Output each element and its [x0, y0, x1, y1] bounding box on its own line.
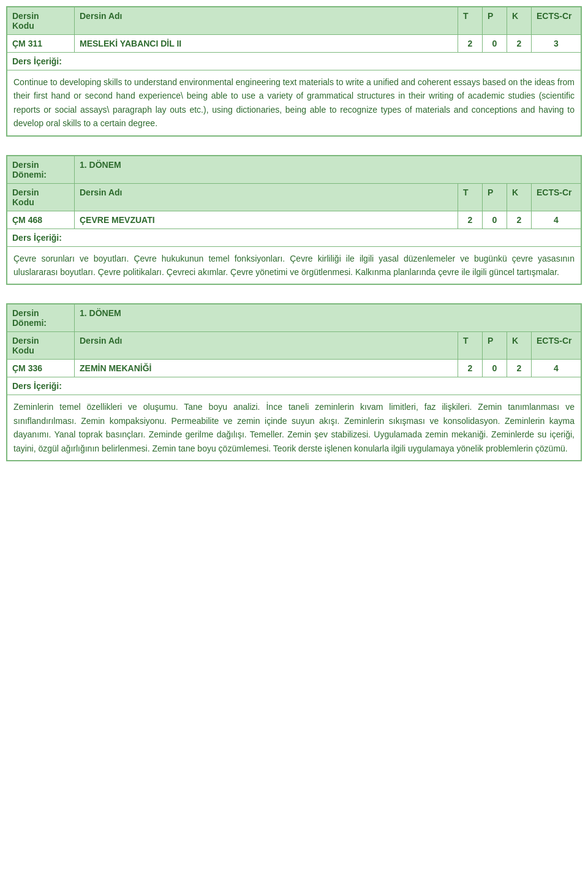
- header-col3-cm311: T: [458, 7, 483, 34]
- period-label-cm336: DersinDönemi:: [7, 304, 75, 331]
- course-name-cm468: ÇEVRE MEVZUATI: [75, 211, 458, 229]
- course-name-cm311: MESLEKİ YABANCI DİL II: [75, 35, 458, 52]
- course-t-cm468: 2: [458, 211, 483, 229]
- header-col1-cm336: DersinKodu: [7, 332, 75, 359]
- content-text-cm311: Continue to developing skills to underst…: [7, 70, 581, 135]
- course-code-cm311: ÇM 311: [7, 35, 75, 52]
- content-text-cm336: Zeminlerin temel özellikleri ve oluşumu.…: [7, 395, 581, 460]
- course-code-cm336: ÇM 336: [7, 360, 75, 377]
- period-row-cm468: DersinDönemi: 1. DÖNEM: [7, 156, 581, 183]
- period-value-cm468: 1. DÖNEM: [75, 156, 581, 183]
- card-cm311: DersinKodu Dersin Adı T P K ECTS-Cr ÇM 3…: [6, 6, 582, 137]
- header-col6-cm336: ECTS-Cr: [532, 332, 581, 359]
- period-value-cm336: 1. DÖNEM: [75, 304, 581, 331]
- header-col3-cm336: T: [458, 332, 483, 359]
- header-col2-cm311: Dersin Adı: [75, 7, 458, 34]
- header-row-cm336: DersinKodu Dersin Adı T P K ECTS-Cr: [7, 331, 581, 359]
- course-ects-cm468: 4: [532, 211, 581, 229]
- course-name-cm336: ZEMİN MEKANİĞİ: [75, 360, 458, 377]
- period-row-cm336: DersinDönemi: 1. DÖNEM: [7, 304, 581, 331]
- header-row-cm311: DersinKodu Dersin Adı T P K ECTS-Cr: [7, 7, 581, 34]
- data-row-cm311: ÇM 311 MESLEKİ YABANCI DİL II 2 0 2 3: [7, 34, 581, 52]
- header-col4-cm336: P: [483, 332, 507, 359]
- course-p-cm468: 0: [483, 211, 507, 229]
- header-col4-cm468: P: [483, 184, 507, 211]
- course-ects-cm311: 3: [532, 35, 581, 52]
- course-k-cm311: 2: [507, 35, 532, 52]
- header-col6-cm468: ECTS-Cr: [532, 184, 581, 211]
- header-col5-cm468: K: [507, 184, 532, 211]
- header-col3-cm468: T: [458, 184, 483, 211]
- period-label-cm468: DersinDönemi:: [7, 156, 75, 183]
- data-row-cm468: ÇM 468 ÇEVRE MEVZUATI 2 0 2 4: [7, 211, 581, 229]
- header-col4-cm311: P: [483, 7, 507, 34]
- data-row-cm336: ÇM 336 ZEMİN MEKANİĞİ 2 0 2 4: [7, 359, 581, 377]
- course-t-cm336: 2: [458, 360, 483, 377]
- card-cm336: DersinDönemi: 1. DÖNEM DersinKodu Dersin…: [6, 303, 582, 461]
- course-p-cm311: 0: [483, 35, 507, 52]
- header-col2-cm468: Dersin Adı: [75, 184, 458, 211]
- header-row-cm468: DersinKodu Dersin Adı T P K ECTS-Cr: [7, 183, 581, 211]
- header-col1-cm468: DersinKodu: [7, 184, 75, 211]
- course-code-cm468: ÇM 468: [7, 211, 75, 229]
- content-label-cm468: Ders İçeriği:: [7, 229, 581, 246]
- course-p-cm336: 0: [483, 360, 507, 377]
- header-col5-cm311: K: [507, 7, 532, 34]
- header-col5-cm336: K: [507, 332, 532, 359]
- course-t-cm311: 2: [458, 35, 483, 52]
- header-col2-cm336: Dersin Adı: [75, 332, 458, 359]
- course-k-cm336: 2: [507, 360, 532, 377]
- content-text-cm468: Çevre sorunları ve boyutları. Çevre huku…: [7, 246, 581, 284]
- course-k-cm468: 2: [507, 211, 532, 229]
- course-ects-cm336: 4: [532, 360, 581, 377]
- header-col6-cm311: ECTS-Cr: [532, 7, 581, 34]
- content-label-cm311: Ders İçeriği:: [7, 52, 581, 70]
- content-label-cm336: Ders İçeriği:: [7, 377, 581, 395]
- card-cm468: DersinDönemi: 1. DÖNEM DersinKodu Dersin…: [6, 155, 582, 285]
- header-col1-cm311: DersinKodu: [7, 7, 75, 34]
